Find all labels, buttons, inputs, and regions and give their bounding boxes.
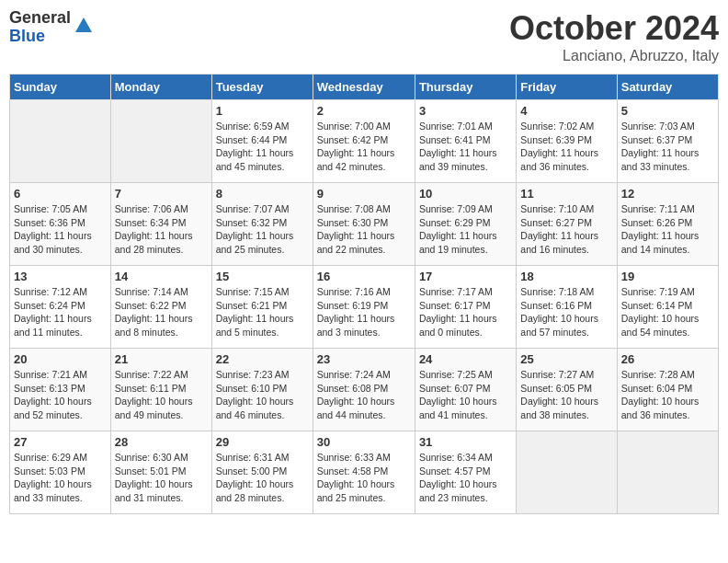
weekday-header: Wednesday [313, 75, 415, 100]
weekday-header: Saturday [617, 75, 718, 100]
calendar-day-cell: 22Sunrise: 7:23 AM Sunset: 6:10 PM Dayli… [211, 349, 313, 431]
day-info: Sunrise: 7:15 AM Sunset: 6:21 PM Dayligh… [216, 285, 309, 339]
calendar-day-cell: 14Sunrise: 7:14 AM Sunset: 6:22 PM Dayli… [110, 266, 211, 349]
calendar-day-cell: 3Sunrise: 7:01 AM Sunset: 6:41 PM Daylig… [415, 100, 516, 183]
calendar-day-cell [110, 100, 211, 183]
calendar-week-row: 13Sunrise: 7:12 AM Sunset: 6:24 PM Dayli… [10, 266, 719, 349]
day-info: Sunrise: 7:25 AM Sunset: 6:07 PM Dayligh… [419, 368, 512, 422]
day-number: 19 [621, 270, 714, 283]
page-header: General Blue October 2024 Lanciano, Abru… [9, 9, 719, 64]
svg-marker-0 [75, 17, 92, 32]
day-info: Sunrise: 7:01 AM Sunset: 6:41 PM Dayligh… [419, 120, 512, 174]
calendar-day-cell: 8Sunrise: 7:07 AM Sunset: 6:32 PM Daylig… [211, 183, 313, 266]
calendar-day-cell: 10Sunrise: 7:09 AM Sunset: 6:29 PM Dayli… [415, 183, 516, 266]
calendar-day-cell: 11Sunrise: 7:10 AM Sunset: 6:27 PM Dayli… [517, 183, 617, 266]
calendar-day-cell: 27Sunrise: 6:29 AM Sunset: 5:03 PM Dayli… [10, 431, 111, 514]
weekday-header: Sunday [10, 75, 111, 100]
calendar-day-cell [517, 431, 617, 514]
day-number: 20 [14, 352, 107, 366]
calendar-day-cell: 30Sunrise: 6:33 AM Sunset: 4:58 PM Dayli… [313, 431, 415, 514]
calendar-day-cell: 2Sunrise: 7:00 AM Sunset: 6:42 PM Daylig… [313, 100, 415, 183]
logo-general: General [9, 9, 71, 28]
day-info: Sunrise: 7:14 AM Sunset: 6:22 PM Dayligh… [115, 285, 208, 339]
day-number: 2 [317, 104, 411, 118]
day-info: Sunrise: 7:03 AM Sunset: 6:37 PM Dayligh… [621, 120, 714, 174]
calendar-day-cell: 12Sunrise: 7:11 AM Sunset: 6:26 PM Dayli… [617, 183, 718, 266]
day-number: 3 [419, 104, 512, 118]
calendar-day-cell: 4Sunrise: 7:02 AM Sunset: 6:39 PM Daylig… [517, 100, 617, 183]
calendar-week-row: 20Sunrise: 7:21 AM Sunset: 6:13 PM Dayli… [10, 349, 719, 431]
calendar-day-cell: 13Sunrise: 7:12 AM Sunset: 6:24 PM Dayli… [10, 266, 111, 349]
day-number: 1 [216, 104, 309, 118]
calendar-week-row: 6Sunrise: 7:05 AM Sunset: 6:36 PM Daylig… [10, 183, 719, 266]
day-info: Sunrise: 7:05 AM Sunset: 6:36 PM Dayligh… [14, 202, 107, 257]
weekday-header-row: SundayMondayTuesdayWednesdayThursdayFrid… [10, 75, 719, 100]
day-number: 29 [216, 435, 309, 449]
day-number: 28 [115, 435, 208, 449]
location: Lanciano, Abruzzo, Italy [509, 48, 719, 64]
calendar-table: SundayMondayTuesdayWednesdayThursdayFrid… [9, 74, 719, 514]
day-info: Sunrise: 7:02 AM Sunset: 6:39 PM Dayligh… [520, 120, 612, 174]
day-number: 30 [317, 435, 411, 449]
calendar-day-cell: 1Sunrise: 6:59 AM Sunset: 6:44 PM Daylig… [211, 100, 313, 183]
day-number: 15 [216, 270, 309, 283]
calendar-week-row: 27Sunrise: 6:29 AM Sunset: 5:03 PM Dayli… [10, 431, 719, 514]
day-info: Sunrise: 7:17 AM Sunset: 6:17 PM Dayligh… [419, 285, 512, 339]
day-info: Sunrise: 7:18 AM Sunset: 6:16 PM Dayligh… [520, 285, 612, 339]
day-number: 10 [419, 187, 512, 201]
day-info: Sunrise: 7:22 AM Sunset: 6:11 PM Dayligh… [115, 368, 208, 422]
day-info: Sunrise: 6:31 AM Sunset: 5:00 PM Dayligh… [216, 451, 309, 505]
calendar-day-cell: 15Sunrise: 7:15 AM Sunset: 6:21 PM Dayli… [211, 266, 313, 349]
day-info: Sunrise: 7:11 AM Sunset: 6:26 PM Dayligh… [621, 202, 714, 257]
day-number: 12 [621, 187, 714, 201]
day-number: 25 [520, 352, 612, 366]
day-info: Sunrise: 6:33 AM Sunset: 4:58 PM Dayligh… [317, 451, 411, 505]
calendar-day-cell: 28Sunrise: 6:30 AM Sunset: 5:01 PM Dayli… [110, 431, 211, 514]
day-number: 5 [621, 104, 714, 118]
day-info: Sunrise: 7:07 AM Sunset: 6:32 PM Dayligh… [216, 202, 309, 257]
day-info: Sunrise: 6:59 AM Sunset: 6:44 PM Dayligh… [216, 120, 309, 174]
day-number: 31 [419, 435, 512, 449]
calendar-day-cell [617, 431, 718, 514]
logo-icon [74, 16, 94, 36]
day-info: Sunrise: 7:19 AM Sunset: 6:14 PM Dayligh… [621, 285, 714, 339]
day-info: Sunrise: 7:28 AM Sunset: 6:04 PM Dayligh… [621, 368, 714, 422]
calendar-day-cell: 23Sunrise: 7:24 AM Sunset: 6:08 PM Dayli… [313, 349, 415, 431]
day-info: Sunrise: 7:16 AM Sunset: 6:19 PM Dayligh… [317, 285, 411, 339]
day-number: 23 [317, 352, 411, 366]
logo-blue: Blue [9, 28, 71, 46]
calendar-week-row: 1Sunrise: 6:59 AM Sunset: 6:44 PM Daylig… [10, 100, 719, 183]
calendar-day-cell: 7Sunrise: 7:06 AM Sunset: 6:34 PM Daylig… [110, 183, 211, 266]
title-section: October 2024 Lanciano, Abruzzo, Italy [509, 9, 719, 64]
day-number: 18 [520, 270, 612, 283]
calendar-day-cell: 25Sunrise: 7:27 AM Sunset: 6:05 PM Dayli… [517, 349, 617, 431]
calendar-day-cell: 21Sunrise: 7:22 AM Sunset: 6:11 PM Dayli… [110, 349, 211, 431]
day-number: 13 [14, 270, 107, 283]
day-info: Sunrise: 7:24 AM Sunset: 6:08 PM Dayligh… [317, 368, 411, 422]
calendar-day-cell: 6Sunrise: 7:05 AM Sunset: 6:36 PM Daylig… [10, 183, 111, 266]
day-info: Sunrise: 7:21 AM Sunset: 6:13 PM Dayligh… [14, 368, 107, 422]
day-info: Sunrise: 6:34 AM Sunset: 4:57 PM Dayligh… [419, 451, 512, 505]
calendar-day-cell: 17Sunrise: 7:17 AM Sunset: 6:17 PM Dayli… [415, 266, 516, 349]
day-info: Sunrise: 7:09 AM Sunset: 6:29 PM Dayligh… [419, 202, 512, 257]
day-number: 4 [520, 104, 612, 118]
day-info: Sunrise: 7:10 AM Sunset: 6:27 PM Dayligh… [520, 202, 612, 257]
day-number: 17 [419, 270, 512, 283]
day-number: 21 [115, 352, 208, 366]
day-number: 7 [115, 187, 208, 201]
weekday-header: Monday [110, 75, 211, 100]
day-number: 16 [317, 270, 411, 283]
day-number: 26 [621, 352, 714, 366]
day-number: 24 [419, 352, 512, 366]
calendar-day-cell: 16Sunrise: 7:16 AM Sunset: 6:19 PM Dayli… [313, 266, 415, 349]
calendar-day-cell: 31Sunrise: 6:34 AM Sunset: 4:57 PM Dayli… [415, 431, 516, 514]
calendar-day-cell: 29Sunrise: 6:31 AM Sunset: 5:00 PM Dayli… [211, 431, 313, 514]
day-info: Sunrise: 6:29 AM Sunset: 5:03 PM Dayligh… [14, 451, 107, 505]
calendar-day-cell: 24Sunrise: 7:25 AM Sunset: 6:07 PM Dayli… [415, 349, 516, 431]
day-number: 11 [520, 187, 612, 201]
weekday-header: Tuesday [211, 75, 313, 100]
day-info: Sunrise: 7:06 AM Sunset: 6:34 PM Dayligh… [115, 202, 208, 257]
calendar-day-cell [10, 100, 111, 183]
day-info: Sunrise: 7:27 AM Sunset: 6:05 PM Dayligh… [520, 368, 612, 422]
day-info: Sunrise: 7:12 AM Sunset: 6:24 PM Dayligh… [14, 285, 107, 339]
